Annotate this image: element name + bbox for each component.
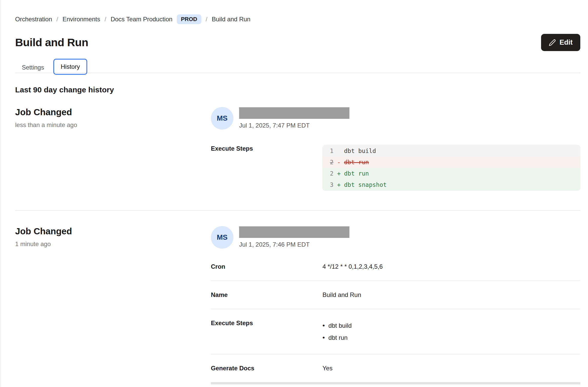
- author-meta: Jul 1, 2025, 7:46 PM EDT: [239, 226, 349, 249]
- field-label: Execute Steps: [211, 320, 322, 327]
- field-value: Build and Run: [322, 291, 580, 298]
- field-row-name: Name Build and Run: [211, 280, 580, 309]
- page-title: Build and Run: [15, 36, 88, 49]
- event-relative-time: less than a minute ago: [15, 121, 211, 129]
- change-timestamp: Jul 1, 2025, 7:47 PM EDT: [239, 122, 349, 129]
- environment-prod-badge: PROD: [177, 14, 201, 24]
- field-row-cron: Cron 4 */12 * * 0,1,2,3,4,5,6: [211, 263, 580, 280]
- diff-sign-plus: +: [337, 170, 344, 177]
- breadcrumb-separator: /: [56, 16, 58, 23]
- tab-history[interactable]: History: [53, 59, 87, 75]
- execute-steps-list: dbt build dbt run: [322, 320, 580, 344]
- field-label: Name: [211, 291, 322, 298]
- change-history-heading: Last 90 day change history: [15, 85, 580, 94]
- field-row-generate-docs: Generate Docs Yes: [211, 354, 580, 382]
- diff-sign-minus: -: [337, 159, 344, 166]
- field-value: 4 */12 * * 0,1,2,3,4,5,6: [322, 263, 580, 270]
- breadcrumb-current-page: Build and Run: [212, 16, 250, 23]
- breadcrumb: Orchestration / Environments / Docs Team…: [15, 14, 580, 24]
- diff-line-number: 1: [323, 148, 337, 154]
- tab-settings[interactable]: Settings: [15, 60, 51, 75]
- breadcrumb-orchestration[interactable]: Orchestration: [15, 16, 52, 23]
- redacted-user-name: [239, 226, 349, 238]
- field-row-execute-steps: Execute Steps dbt build dbt run: [211, 309, 580, 354]
- field-value: Yes: [322, 365, 580, 372]
- author-meta: Jul 1, 2025, 7:47 PM EDT: [239, 107, 349, 130]
- entry-detail: MS Jul 1, 2025, 7:46 PM EDT Cron 4 */12 …: [211, 226, 580, 384]
- diff-line-context: 1 dbt build: [323, 145, 580, 157]
- tab-bar: Settings History: [15, 59, 580, 75]
- field-row-execute-steps: Execute Steps 1 dbt build 2 -dbt run 2 +…: [211, 145, 580, 191]
- breadcrumb-environments[interactable]: Environments: [63, 16, 100, 23]
- diff-line-added: 2 +dbt run: [323, 168, 580, 179]
- tab-bar-divider: [15, 73, 580, 73]
- diff-code-text: dbt build: [344, 148, 376, 154]
- execute-step-item: dbt build: [322, 320, 580, 332]
- user-avatar: MS: [211, 107, 233, 130]
- diff-line-number: 3: [323, 181, 337, 188]
- next-row-partially-visible: [211, 382, 580, 384]
- diff-line-number: 2: [323, 170, 337, 177]
- edit-button-label: Edit: [560, 38, 573, 46]
- author-row: MS Jul 1, 2025, 7:47 PM EDT: [211, 107, 580, 130]
- event-name: Job Changed: [15, 226, 211, 236]
- diff-code-text: dbt snapshot: [344, 181, 387, 188]
- field-label: Generate Docs: [211, 365, 322, 372]
- user-avatar: MS: [211, 226, 233, 249]
- field-label: Execute Steps: [211, 145, 322, 152]
- edit-pencil-icon: [549, 39, 556, 46]
- breadcrumb-separator: /: [104, 16, 106, 23]
- page-header: Build and Run Edit: [15, 34, 580, 51]
- entry-summary: Job Changed less than a minute ago: [15, 107, 211, 191]
- breadcrumb-separator: /: [206, 16, 208, 23]
- job-history-page: Orchestration / Environments / Docs Team…: [1, 0, 588, 387]
- entry-summary: Job Changed 1 minute ago: [15, 226, 211, 384]
- execute-step-item: dbt run: [322, 332, 580, 344]
- redacted-user-name: [239, 107, 349, 119]
- diff-sign-plus: +: [337, 181, 344, 188]
- history-entry: Job Changed less than a minute ago MS Ju…: [15, 94, 580, 210]
- event-relative-time: 1 minute ago: [15, 240, 211, 248]
- execute-steps-diff: 1 dbt build 2 -dbt run 2 +dbt run 3 +dbt…: [322, 145, 580, 191]
- field-label: Cron: [211, 263, 322, 270]
- event-name: Job Changed: [15, 107, 211, 117]
- diff-code-text: dbt run: [344, 170, 369, 177]
- edit-button[interactable]: Edit: [541, 34, 580, 51]
- change-timestamp: Jul 1, 2025, 7:46 PM EDT: [239, 241, 349, 248]
- diff-code-text: dbt run: [344, 159, 369, 166]
- changed-fields: Cron 4 */12 * * 0,1,2,3,4,5,6 Name Build…: [211, 263, 580, 384]
- diff-line-removed: 2 -dbt run: [323, 157, 580, 168]
- diff-line-added: 3 +dbt snapshot: [323, 179, 580, 190]
- diff-line-number: 2: [323, 159, 337, 166]
- breadcrumb-environment-name[interactable]: Docs Team Production: [111, 16, 172, 23]
- history-entry: Job Changed 1 minute ago MS Jul 1, 2025,…: [15, 210, 580, 387]
- author-row: MS Jul 1, 2025, 7:46 PM EDT: [211, 226, 580, 249]
- entry-detail: MS Jul 1, 2025, 7:47 PM EDT Execute Step…: [211, 107, 580, 191]
